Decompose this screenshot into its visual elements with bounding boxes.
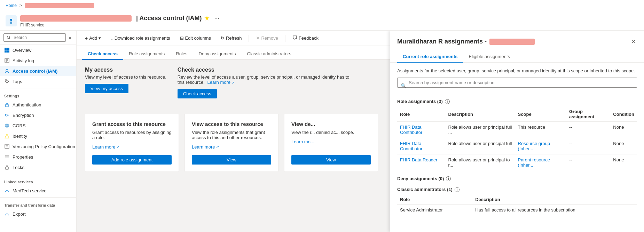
svg-rect-4 — [7, 48, 9, 50]
sidebar-versioning-label: Versioning Policy Configuration — [13, 144, 75, 149]
sidebar-access-label: Access control (IAM) — [13, 69, 57, 74]
export-icon — [4, 211, 10, 217]
role-assignments-label: Role assignments (3) — [397, 99, 443, 104]
sidebar-item-identity[interactable]: Identity — [0, 131, 76, 141]
panel-search-input[interactable] — [397, 78, 637, 88]
tab-role-assignments[interactable]: Role assignments — [123, 48, 170, 60]
refresh-button[interactable]: ↻ Refresh — [218, 34, 245, 42]
desc-1: Role allows user or principal full ... — [446, 138, 515, 154]
sidebar-auth-label: Authentication — [13, 102, 41, 107]
scope-link-1[interactable]: Resource group (Inher... — [518, 141, 550, 151]
sidebar-item-overview[interactable]: Overview — [0, 45, 76, 55]
role-assignments-info-icon[interactable]: i — [445, 99, 450, 104]
panel-tab-eligible[interactable]: Eligible assignments — [463, 51, 516, 63]
transform-section-label: Transfer and transform data — [0, 199, 76, 209]
refresh-label: Refresh — [226, 35, 242, 41]
sidebar-item-activity-log[interactable]: Activity log — [0, 55, 76, 66]
tab-classic-admin[interactable]: Classic administrators — [242, 48, 297, 60]
tab-roles-label: Roles — [176, 51, 187, 56]
learn-more-link[interactable]: Learn more ↗ — [207, 80, 235, 85]
table-row: FHIR Data Contributor Role allows user o… — [397, 138, 637, 154]
search-input[interactable] — [3, 33, 66, 42]
view-access-button[interactable]: View — [192, 155, 271, 165]
tab-deny-assignments[interactable]: Deny assignments — [193, 48, 242, 60]
download-button[interactable]: ↓ Download role assignments — [108, 34, 173, 42]
feedback-button[interactable]: Feedback — [290, 34, 321, 42]
tab-role-assignments-label: Role assignments — [129, 51, 165, 56]
tab-check-access[interactable]: Check access — [82, 48, 123, 60]
view-my-access-button[interactable]: View my access — [85, 84, 128, 93]
sidebar-medtech-label: MedTech service — [13, 188, 47, 193]
col-scope: Scope — [515, 107, 566, 122]
sidebar-item-authentication[interactable]: Authentication — [0, 99, 76, 110]
role-link-2[interactable]: FHIR Data Reader — [400, 157, 438, 162]
add-button[interactable]: + Add ▾ — [82, 34, 104, 42]
view-deny-learn-more-link[interactable]: Learn mo... — [291, 139, 371, 144]
sidebar-item-properties[interactable]: Properties — [0, 152, 76, 162]
resource-name-block: | Access control (IAM) ★ ··· FHIR servic… — [20, 14, 221, 27]
view-deny-button[interactable]: View — [291, 155, 371, 165]
encryption-icon — [4, 112, 10, 118]
medtech-icon — [4, 188, 10, 193]
add-role-assignment-button[interactable]: Add role assignment — [92, 155, 172, 165]
sidebar-item-tags[interactable]: Tags — [0, 76, 76, 87]
view-access-card-title: View access to this resource — [192, 121, 271, 127]
svg-rect-5 — [5, 50, 7, 53]
tab-check-access-label: Check access — [88, 51, 118, 56]
overview-icon — [4, 47, 10, 53]
sidebar-overview-label: Overview — [13, 48, 31, 53]
view-access-learn-more-label: Learn more — [192, 144, 215, 150]
view-my-access-label: View my access — [91, 86, 123, 91]
feedback-label: Feedback — [299, 35, 319, 41]
classic-col-desc: Description — [472, 195, 637, 205]
col-condition: Condition — [610, 107, 637, 122]
sidebar-properties-label: Properties — [13, 154, 33, 160]
sidebar-item-encryption[interactable]: Encryption — [0, 110, 76, 120]
panel-title-redacted — [489, 39, 535, 45]
sidebar-identity-label: Identity — [13, 134, 27, 139]
deny-assignments-info-icon[interactable]: i — [446, 176, 451, 181]
sidebar-collapse-button[interactable]: « — [67, 33, 73, 42]
sidebar-item-versioning[interactable]: Versioning Policy Configuration — [0, 141, 76, 152]
add-role-assignment-label: Add role assignment — [111, 157, 153, 162]
classic-admin-info-icon[interactable]: i — [455, 187, 460, 192]
grant-access-learn-more-link[interactable]: Learn more ↗ — [92, 144, 172, 150]
ellipsis-button[interactable]: ··· — [212, 14, 221, 23]
sidebar-item-medtech[interactable]: MedTech service — [0, 185, 76, 196]
sidebar-item-export[interactable]: Export — [0, 209, 76, 219]
resource-subtitle: FHIR service — [20, 23, 221, 27]
role-link-1[interactable]: FHIR Data Contributor — [400, 141, 422, 151]
svg-rect-28 — [6, 167, 8, 169]
role-link-0[interactable]: FHIR Data Contributor — [400, 125, 422, 135]
check-access-button[interactable]: Check access — [178, 89, 217, 98]
versioning-icon — [4, 144, 10, 149]
svg-point-17 — [5, 124, 9, 127]
classic-admin-row: Service Administrator Has full access to… — [397, 205, 637, 216]
remove-button[interactable]: ✕ Remove — [253, 34, 281, 42]
cors-icon — [4, 123, 10, 128]
panel-tab-current-label: Current role assignments — [403, 54, 458, 59]
view-access-learn-more-link[interactable]: Learn more ↗ — [192, 144, 271, 150]
sidebar-item-cors[interactable]: CORS — [0, 120, 76, 131]
external-link-icon: ↗ — [232, 81, 235, 85]
identity-icon — [4, 133, 10, 139]
tab-roles[interactable]: Roles — [170, 48, 193, 60]
condition-0: None — [610, 122, 637, 138]
feedback-icon — [292, 35, 297, 41]
favorite-icon[interactable]: ★ — [204, 15, 209, 22]
scope-0: This resource — [515, 122, 566, 138]
svg-point-11 — [6, 69, 8, 71]
breadcrumb: Home > — [0, 0, 644, 11]
svg-rect-22 — [5, 144, 9, 149]
scope-link-2[interactable]: Parent resource (Inher... — [518, 157, 550, 168]
svg-rect-2 — [10, 22, 12, 24]
home-link[interactable]: Home — [6, 3, 17, 8]
sidebar-item-access-control[interactable]: Access control (IAM) — [0, 66, 76, 76]
panel-close-button[interactable]: × — [630, 36, 637, 47]
svg-rect-6 — [7, 50, 9, 53]
sidebar-item-locks[interactable]: Locks — [0, 162, 76, 173]
deny-assignments-header: Deny assignments (0) i — [397, 176, 637, 181]
edit-columns-button[interactable]: ⊞ Edit columns — [177, 34, 214, 42]
panel-tab-current[interactable]: Current role assignments — [397, 51, 463, 63]
svg-point-18 — [6, 124, 8, 127]
